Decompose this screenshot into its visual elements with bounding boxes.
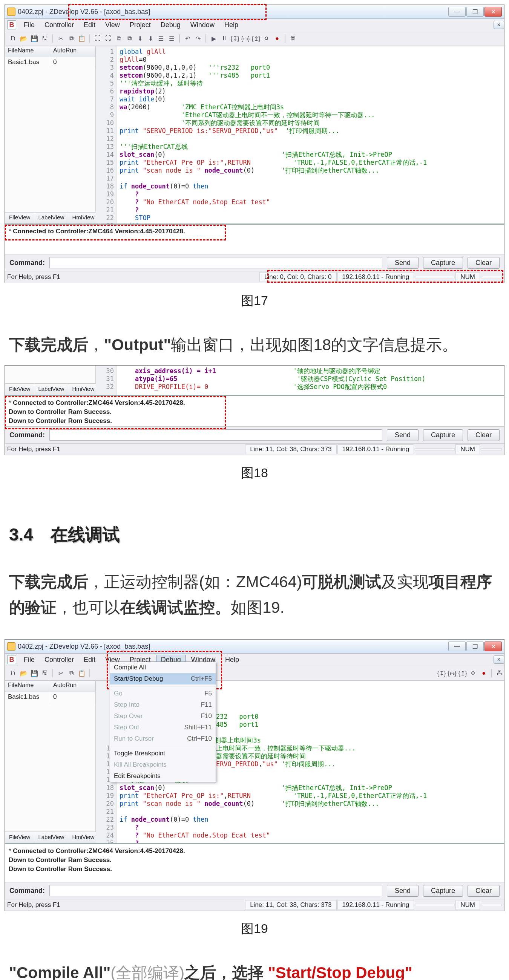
menu-go[interactable]: GoF5 <box>110 688 216 699</box>
paste-icon[interactable]: 📋 <box>77 669 86 678</box>
para-3: "Compile All"(全部编译)之后，选择 "Start/Stop Deb… <box>9 960 500 980</box>
record-icon[interactable]: ● <box>273 34 282 43</box>
code-editor[interactable]: 1 2 3 4 5 6 7 8 9 10 11 12 13 14 15 16 1… <box>96 46 504 224</box>
status-help: For Help, press F1 <box>7 273 60 281</box>
clear-button[interactable]: Clear <box>468 429 499 441</box>
tool-icon[interactable]: ⛶ <box>104 34 113 43</box>
record-icon[interactable]: ● <box>479 669 488 678</box>
menu-kill-bp[interactable]: Kill All Breakpoints <box>110 759 216 770</box>
output-line: * Connected to Controller:ZMC464 Version… <box>9 398 500 407</box>
pause-icon[interactable]: ⏸ <box>220 34 229 43</box>
menu-file[interactable]: File <box>19 655 39 665</box>
code-area[interactable]: axis_address(i) = i+1 '轴的地址与驱动器的序号绑定 aty… <box>116 366 504 395</box>
clear-button[interactable]: Clear <box>468 885 499 897</box>
menu-toggle-bp[interactable]: Toggle Breakpoint <box>110 748 216 759</box>
copy-icon[interactable]: ⧉ <box>67 669 76 678</box>
new-icon[interactable]: 🗋 <box>9 34 18 43</box>
code-area[interactable]: global glAll glAll=0 setcom(9600,8,1,0,0… <box>116 46 504 224</box>
menu-run-to-cursor[interactable]: Run to CursorCtrl+F10 <box>110 733 216 745</box>
step-over-icon[interactable]: {↦} <box>241 34 250 43</box>
menu-step-over[interactable]: Step OverF10 <box>110 711 216 722</box>
send-button[interactable]: Send <box>387 885 418 897</box>
save-all-icon[interactable]: 🖫 <box>40 34 49 43</box>
cut-icon[interactable]: ✂ <box>56 669 65 678</box>
menu-controller[interactable]: Controller <box>40 655 78 665</box>
file-row[interactable]: Basic1.bas0 <box>5 692 95 703</box>
command-input[interactable] <box>49 429 382 441</box>
menu-window[interactable]: Window <box>186 21 219 30</box>
step-into-icon[interactable]: {↧} <box>231 34 239 43</box>
command-input[interactable] <box>49 885 382 896</box>
capture-button[interactable]: Capture <box>423 257 463 269</box>
breakpoint-icon[interactable]: ⭘ <box>469 669 478 678</box>
status-ip: 192.168.0.11 - Running <box>337 272 414 282</box>
step-out-icon[interactable]: {↥} <box>251 34 261 43</box>
menu-file[interactable]: File <box>19 21 39 30</box>
tab-hmiview[interactable]: HmiView <box>68 384 99 395</box>
mdi-close-button[interactable]: × <box>493 655 504 664</box>
capture-button[interactable]: Capture <box>423 885 463 897</box>
tab-fileview[interactable]: FileView <box>5 212 34 224</box>
output-line: * Connected to Controller:ZMC464 Version… <box>9 227 500 236</box>
run-icon[interactable]: ▶ <box>209 34 218 43</box>
file-row[interactable]: Basic1.bas0 <box>5 57 95 68</box>
app-icon <box>7 8 16 16</box>
open-icon[interactable]: 📂 <box>19 34 28 43</box>
tab-labelview[interactable]: LabelView <box>34 384 68 395</box>
open-icon[interactable]: 📂 <box>19 669 28 678</box>
menu-help[interactable]: Help <box>221 655 243 665</box>
menu-view[interactable]: View <box>101 21 124 30</box>
maximize-button[interactable]: ❐ <box>466 641 484 651</box>
paste-icon[interactable]: 📋 <box>77 34 86 43</box>
menu-help[interactable]: Help <box>220 21 243 30</box>
send-button[interactable]: Send <box>387 257 418 269</box>
menu-edit[interactable]: Edit <box>79 655 100 665</box>
menu-step-out[interactable]: Step OutShift+F11 <box>110 722 216 733</box>
capture-button[interactable]: Capture <box>423 429 463 441</box>
new-icon[interactable]: 🗋 <box>9 669 18 678</box>
copy-icon[interactable]: ⧉ <box>67 34 76 43</box>
breakpoint-icon[interactable]: ⭘ <box>262 34 271 43</box>
print-icon[interactable]: 🖶 <box>288 34 297 43</box>
redo-icon[interactable]: ↷ <box>193 34 202 43</box>
step-icon[interactable]: {↧} <box>437 669 446 678</box>
tab-hmiview[interactable]: HmiView <box>68 212 99 224</box>
tab-fileview[interactable]: FileView <box>5 384 34 395</box>
menu-start-stop-debug[interactable]: Start/Stop DebugCtrl+F5 <box>110 673 216 684</box>
save-icon[interactable]: 💾 <box>30 669 39 678</box>
download-icon[interactable]: ⬇ <box>135 34 145 43</box>
close-button[interactable]: ✕ <box>485 7 502 17</box>
menu-step-into[interactable]: Step IntoF11 <box>110 699 216 711</box>
menu-project[interactable]: Project <box>125 21 155 30</box>
menu-debug[interactable]: Debug <box>156 21 185 30</box>
minimize-button[interactable]: — <box>448 641 466 651</box>
clear-button[interactable]: Clear <box>468 257 499 269</box>
tool-icon[interactable]: ⛶ <box>93 34 102 43</box>
tab-fileview[interactable]: FileView <box>5 832 34 843</box>
menu-controller[interactable]: Controller <box>40 21 78 30</box>
undo-icon[interactable]: ↶ <box>183 34 192 43</box>
mdi-close-button[interactable]: × <box>493 21 504 29</box>
send-button[interactable]: Send <box>387 429 418 441</box>
menu-compile-all[interactable]: Compile All <box>110 662 216 673</box>
step-icon[interactable]: {↥} <box>458 669 467 678</box>
tool-icon[interactable]: ☰ <box>167 34 176 43</box>
tool-icon[interactable]: ⧉ <box>114 34 123 43</box>
tab-hmiview[interactable]: HmiView <box>68 832 99 843</box>
tool-icon[interactable]: ☰ <box>156 34 165 43</box>
save-all-icon[interactable]: 🖫 <box>40 669 49 678</box>
menu-edit[interactable]: Edit <box>79 21 100 30</box>
command-input[interactable] <box>49 257 382 268</box>
tab-labelview[interactable]: LabelView <box>34 212 68 224</box>
step-icon[interactable]: {↦} <box>447 669 457 678</box>
maximize-button[interactable]: ❐ <box>466 7 484 17</box>
cut-icon[interactable]: ✂ <box>56 34 65 43</box>
close-button[interactable]: ✕ <box>485 641 502 651</box>
print-icon[interactable]: 🖶 <box>495 669 504 678</box>
minimize-button[interactable]: — <box>448 7 466 17</box>
download-icon[interactable]: ⬇ <box>146 34 155 43</box>
tool-icon[interactable]: ⧉ <box>125 34 134 43</box>
save-icon[interactable]: 💾 <box>30 34 39 43</box>
tab-labelview[interactable]: LabelView <box>34 832 68 843</box>
menu-edit-bp[interactable]: Edit Breakpoints <box>110 770 216 782</box>
